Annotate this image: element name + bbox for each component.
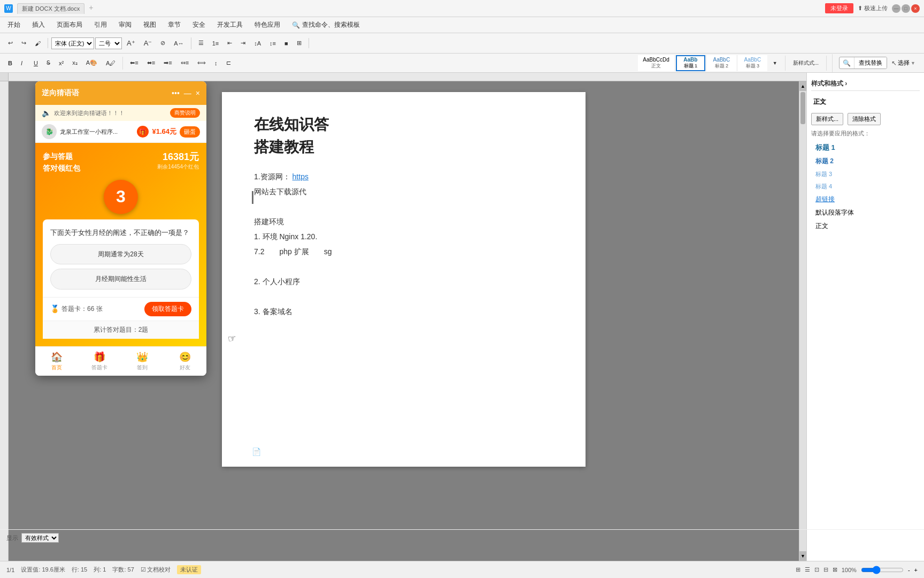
- resource-link[interactable]: https: [292, 172, 309, 181]
- find-replace-btn[interactable]: 查找替换: [854, 57, 887, 69]
- special-indent-btn[interactable]: ⊏: [222, 58, 235, 68]
- border-btn[interactable]: ⊞: [293, 38, 305, 48]
- mini-app-close-btn[interactable]: ×: [196, 89, 200, 97]
- style-heading2[interactable]: 标题 2: [811, 155, 920, 168]
- font-color-btn[interactable]: A🎨: [82, 58, 101, 68]
- mini-app-header: 逆向猜语语 ••• — ×: [35, 81, 206, 105]
- menu-view[interactable]: 视图: [138, 19, 161, 31]
- nav-home[interactable]: 🏠 首页: [35, 349, 78, 374]
- doc-check-btn[interactable]: ☑ 文档校对: [141, 566, 171, 574]
- undo-btn[interactable]: ↩: [4, 38, 17, 48]
- highlight-btn[interactable]: A🖊: [102, 58, 119, 68]
- menu-search[interactable]: 🔍 查找命令、搜索模板: [287, 19, 365, 31]
- nav-friends[interactable]: 😊 好友: [164, 349, 206, 374]
- buy-btn[interactable]: 砸蛋: [180, 126, 200, 138]
- style-heading1[interactable]: AaBb 标题 1: [676, 55, 705, 71]
- style-heading3[interactable]: 标题 3: [811, 168, 920, 180]
- view-icon-4[interactable]: ⊟: [823, 566, 828, 573]
- mini-app-minimize-btn[interactable]: —: [184, 89, 191, 97]
- speaker-icon: 🔈: [42, 109, 51, 117]
- font-increase-btn[interactable]: A⁺: [123, 37, 139, 49]
- minimize-btn[interactable]: —: [892, 4, 900, 13]
- menu-special[interactable]: 特色应用: [249, 19, 286, 31]
- view-icon-2[interactable]: ☰: [805, 566, 810, 573]
- line-spacing-btn[interactable]: ↕≡: [266, 39, 280, 48]
- align-left-btn[interactable]: ⬅≡: [126, 58, 142, 68]
- select-btn[interactable]: ↖ 选择 ▼: [891, 59, 915, 67]
- view-icon-3[interactable]: ⊡: [814, 566, 819, 573]
- upload-btn[interactable]: ⬆极速上传: [858, 4, 888, 12]
- zoom-plus-btn[interactable]: +: [914, 567, 918, 573]
- menu-bar: 开始 插入 页面布局 引用 审阅 视图 章节 安全 开发工具 特色应用 🔍 查找…: [0, 17, 924, 33]
- para-spacing-btn[interactable]: ↕: [211, 58, 221, 68]
- quiz-card: 参与答题 答对领红包 16381元 剩余14454个红包 3: [35, 143, 206, 346]
- more-styles-btn[interactable]: ▼: [769, 59, 781, 67]
- menu-insert[interactable]: 插入: [27, 19, 50, 31]
- mini-app-menu-btn[interactable]: •••: [172, 89, 180, 97]
- col-layout-btn[interactable]: ⟺: [194, 58, 210, 68]
- get-card-btn[interactable]: 领取答题卡: [144, 302, 191, 316]
- view-icon-1[interactable]: ⊞: [796, 566, 800, 573]
- superscript-btn[interactable]: x²: [55, 58, 67, 68]
- style-heading4[interactable]: 标题 4: [811, 180, 920, 193]
- cert-status[interactable]: 未认证: [177, 565, 201, 574]
- style-normal[interactable]: AaBbCcDd 正文: [638, 55, 674, 71]
- quiz-option-2[interactable]: 月经期间能性生活: [50, 269, 191, 289]
- indent-btn[interactable]: ⇥: [237, 38, 249, 48]
- style-heading3[interactable]: AaBbC 标题 3: [738, 55, 767, 71]
- num-list-btn[interactable]: 1≡: [209, 39, 223, 48]
- outdent-btn[interactable]: ⇤: [224, 38, 236, 48]
- char-spacing-btn[interactable]: A↔: [170, 39, 187, 48]
- menu-review[interactable]: 审阅: [113, 19, 137, 31]
- clear-style-btn[interactable]: 清除格式: [848, 113, 881, 125]
- nav-cards[interactable]: 🎁 答题卡: [78, 349, 121, 374]
- menu-page-layout[interactable]: 页面布局: [51, 19, 88, 31]
- new-tab-btn[interactable]: +: [87, 3, 95, 14]
- login-btn[interactable]: 未登录: [825, 3, 853, 13]
- list-btn[interactable]: ☰: [195, 38, 207, 48]
- subscript-btn[interactable]: x₂: [68, 58, 81, 68]
- strikethrough-btn[interactable]: S̶: [43, 58, 54, 68]
- new-style-btn[interactable]: 新样式式...: [789, 58, 822, 69]
- menu-start[interactable]: 开始: [2, 19, 26, 31]
- scroll-track[interactable]: [799, 91, 806, 551]
- style-body[interactable]: 正文: [811, 219, 920, 233]
- sort-btn[interactable]: ↕A: [250, 39, 265, 48]
- align-center-btn[interactable]: ⬌≡: [143, 58, 159, 68]
- underline-btn[interactable]: U: [30, 58, 42, 68]
- new-style-btn[interactable]: 新样式...: [811, 113, 843, 125]
- zoom-minus-btn[interactable]: -: [908, 567, 910, 573]
- nav-checkin[interactable]: 👑 签到: [121, 349, 164, 374]
- clear-format-btn[interactable]: ⊘: [157, 38, 169, 48]
- ad-explain-btn[interactable]: 商赞说明: [170, 108, 200, 118]
- style-heading2[interactable]: AaBbC 标题 2: [707, 55, 736, 71]
- menu-dev-tools[interactable]: 开发工具: [212, 19, 248, 31]
- quiz-option-1[interactable]: 周期通常为28天: [50, 244, 191, 264]
- close-btn[interactable]: ×: [911, 4, 920, 13]
- align-right-btn[interactable]: ➡≡: [160, 58, 175, 68]
- view-icon-5[interactable]: ⊠: [833, 566, 837, 573]
- doc-tab[interactable]: 新建 DOCX 文档.docx: [17, 3, 84, 14]
- maximize-btn[interactable]: □: [902, 4, 910, 13]
- scroll-down-btn[interactable]: ▼: [799, 551, 806, 561]
- style-heading1[interactable]: 标题 1: [811, 141, 920, 155]
- format-painter-btn[interactable]: 🖌: [31, 39, 44, 48]
- zoom-slider[interactable]: [861, 567, 904, 573]
- font-name-select[interactable]: 宋体 (正文): [51, 37, 94, 49]
- italic-btn[interactable]: I: [17, 58, 29, 68]
- redo-btn[interactable]: ↪: [18, 38, 30, 48]
- doc-container[interactable]: 在线知识答 搭建教程 1.资源网： https 网站去下载源代 搭建环境 1. …: [9, 81, 799, 561]
- menu-reference[interactable]: 引用: [89, 19, 112, 31]
- style-default-para[interactable]: 默认段落字体: [811, 206, 920, 219]
- shading-btn[interactable]: ■: [281, 39, 292, 48]
- scroll-up-btn[interactable]: ▲: [799, 81, 806, 91]
- menu-security[interactable]: 安全: [187, 19, 211, 31]
- bold-btn[interactable]: B: [4, 58, 16, 68]
- menu-chapter[interactable]: 章节: [163, 19, 186, 31]
- right-scrollbar[interactable]: ▲ ▼: [799, 81, 806, 561]
- scroll-thumb[interactable]: [800, 92, 805, 124]
- font-size-select[interactable]: 二号: [95, 37, 122, 49]
- font-decrease-btn[interactable]: A⁻: [140, 37, 156, 49]
- justify-btn[interactable]: ⇔≡: [177, 58, 192, 68]
- style-hyperlink[interactable]: 超链接: [811, 193, 920, 206]
